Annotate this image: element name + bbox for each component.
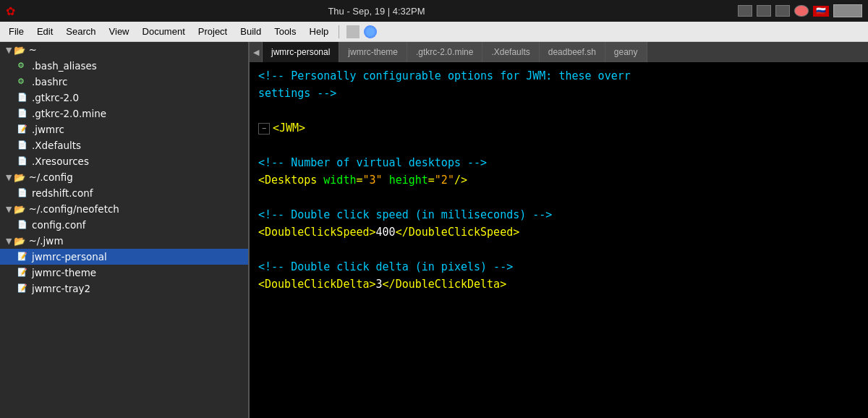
code-line-2: settings --> [258,85,868,103]
tree-config-conf[interactable]: 📄 config.conf [0,217,248,233]
file-icon-jwmrc-tray2: 📝 [17,283,29,294]
tab-jwmrc-personal[interactable]: jwmrc-personal [263,42,339,62]
tree-bashrc[interactable]: ⚙ .bashrc [0,74,248,90]
menu-view[interactable]: View [103,25,135,38]
taskbar-icon-1[interactable] [738,5,752,17]
folder-icon-neofetch: 📂 [14,204,25,214]
menu-tools[interactable]: Tools [268,25,302,38]
menu-edit[interactable]: Edit [31,25,59,38]
tree-label-bash-aliases: .bash_aliases [32,60,97,72]
tree-xdefaults[interactable]: 📄 .Xdefaults [0,137,248,153]
menu-document[interactable]: Document [137,25,191,38]
tab-gtkrc-mine[interactable]: .gtkrc-2.0.mine [407,42,482,62]
tab-bar: ◀ jwmrc-personal jwmrc-theme .gtkrc-2.0.… [250,42,868,62]
tree-label-config: ~/.config [28,171,72,183]
tab-geany[interactable]: geany [605,42,647,62]
file-icon-bashrc: ⚙ [17,77,29,87]
file-icon-xdefaults: 📄 [17,140,29,150]
tree-xresources[interactable]: 📄 .Xresources [0,153,248,169]
menu-build[interactable]: Build [234,25,267,38]
tree-home[interactable]: ▼ 📂 ~ [0,42,248,58]
file-icon-jwmrc-theme: 📝 [17,268,29,278]
tree-label-jwmrc-personal: jwmrc-personal [32,251,107,263]
tree-label-home: ~ [28,44,36,56]
tree-label-xdefaults: .Xdefaults [32,140,81,151]
system-bar: ✿ Thu - Sep, 19 | 4:32PM 🇷🇺 [0,0,868,22]
tree-label-gtkrc-mine: .gtkrc-2.0.mine [32,108,106,119]
tree-config[interactable]: ▼ 📂 ~/.config [0,169,248,185]
tree-neofetch[interactable]: ▼ 📂 ~/.config/neofetch [0,201,248,217]
tab-jwmrc-theme[interactable]: jwmrc-theme [339,42,407,62]
tree-label-gtkrc: .gtkrc-2.0 [32,92,79,103]
tree-redshift[interactable]: 📄 redshift.conf [0,185,248,201]
tab-scroll-left[interactable]: ◀ [250,42,263,62]
tree-bash-aliases[interactable]: ⚙ .bash_aliases [0,58,248,74]
code-editor[interactable]: <!-- Personally configurable options for… [250,62,868,418]
code-comment-desktops: <!-- Number of virtual desktops --> [258,155,868,171]
code-line-12: <!-- Double click delta (in pixels) --> [258,259,868,276]
code-line-6: <!-- Number of virtual desktops --> [258,155,868,172]
flag-icon: 🇷🇺 [813,6,829,17]
file-icon-gtkrc-mine: 📄 [17,108,29,119]
datetime: Thu - Sep, 19 | 4:32PM [328,6,425,17]
tree-label-redshift: redshift.conf [32,187,93,199]
copy-icon[interactable] [346,25,359,38]
file-icon-jwmrc-personal: 📝 [17,252,29,262]
tree-gtkrc-mine[interactable]: 📄 .gtkrc-2.0.mine [0,106,248,121]
fold-button-jwm[interactable]: − [258,123,270,135]
code-comment-1: <!-- Personally configurable options for… [258,68,868,85]
tab-deadbeef[interactable]: deadbeef.sh [540,42,605,62]
file-icon-xresources: 📄 [17,156,29,166]
menu-project[interactable]: Project [192,25,233,38]
folder-icon-config: 📂 [14,172,25,182]
tree-jwmrc-theme[interactable]: 📝 jwmrc-theme [0,265,248,281]
file-tree: ▼ 📂 ~ ⚙ .bash_aliases ⚙ .bashrc 📄 .gtkrc… [0,42,250,418]
code-line-9: <!-- Double click speed (in milliseconds… [258,207,868,224]
file-icon-gtkrc: 📄 [17,93,29,103]
taskbar-icon-2[interactable] [757,5,771,17]
tree-label-neofetch: ~/.config/neofetch [28,203,119,215]
tree-jwm[interactable]: ▼ 📂 ~/.jwm [0,233,248,249]
tree-gtkrc[interactable]: 📄 .gtkrc-2.0 [0,90,248,106]
menu-file[interactable]: File [3,25,30,38]
tree-label-config-conf: config.conf [32,219,86,231]
tree-jwmrc[interactable]: 📝 .jwmrc [0,121,248,137]
folder-icon: 📂 [14,45,25,55]
tree-arrow-jwm: ▼ [6,236,12,246]
code-line-5 [258,137,868,155]
code-line-3 [258,103,868,120]
taskbar-icon-3[interactable] [775,5,790,17]
file-icon-redshift: 📄 [17,188,29,198]
code-line-7: <Desktops width="3" height="2"/> [258,172,868,189]
tree-arrow-home: ▼ [6,46,12,55]
tree-jwmrc-personal[interactable]: 📝 jwmrc-personal [0,249,248,265]
tree-label-bashrc: .bashrc [32,76,67,88]
window-preview[interactable] [833,4,862,17]
tree-arrow-neofetch: ▼ [6,205,12,214]
menu-separator [339,25,339,38]
app-icon: ✿ [6,4,15,18]
tree-label-jwmrc: .jwmrc [32,124,64,135]
tree-arrow-config: ▼ [6,173,12,182]
code-desktops: <Desktops width="3" height="2"/> [258,172,868,189]
menu-bar: File Edit Search View Document Project B… [0,22,868,42]
globe-icon[interactable] [364,25,377,38]
code-line-10: <DoubleClickSpeed>400</DoubleClickSpeed> [258,224,868,242]
code-comment-2: settings --> [258,85,868,102]
main-area: ▼ 📂 ~ ⚙ .bash_aliases ⚙ .bashrc 📄 .gtkrc… [0,42,868,418]
code-line-8 [258,189,868,207]
code-line-11 [258,242,868,259]
tree-label-xresources: .Xresources [32,155,89,167]
tab-xdefaults[interactable]: .Xdefaults [482,42,539,62]
code-comment-dcs: <!-- Double click speed (in milliseconds… [258,207,868,223]
menu-search[interactable]: Search [60,25,101,38]
firefox-icon[interactable] [794,5,809,17]
file-icon-config-conf: 📄 [17,220,29,230]
tree-label-jwm: ~/.jwm [28,235,63,247]
code-dcd: <DoubleClickDelta>3</DoubleClickDelta> [258,276,868,293]
code-dcs: <DoubleClickSpeed>400</DoubleClickSpeed> [258,224,868,241]
tree-jwmrc-tray2[interactable]: 📝 jwmrc-tray2 [0,281,248,297]
menu-help[interactable]: Help [304,25,335,38]
code-comment-dcd: <!-- Double click delta (in pixels) --> [258,259,868,276]
tree-label-jwmrc-tray2: jwmrc-tray2 [32,283,90,294]
